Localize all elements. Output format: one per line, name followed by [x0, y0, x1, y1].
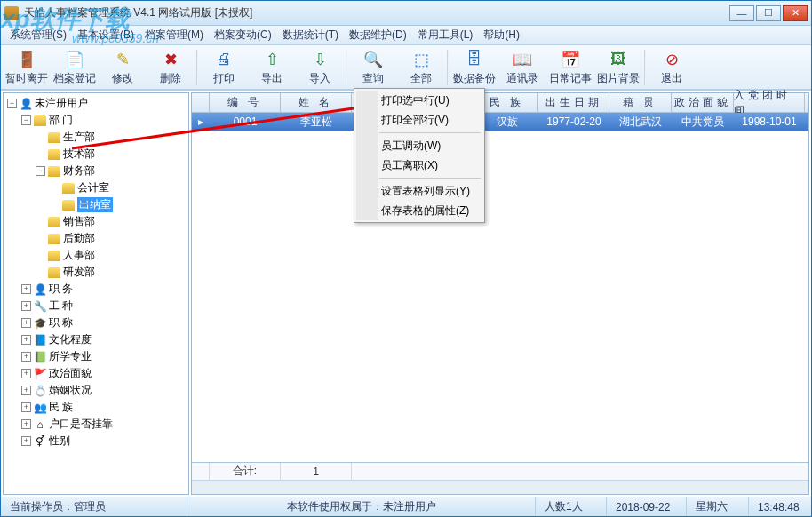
category-icon: 🔧: [34, 300, 46, 313]
tree-职    称[interactable]: +🎓职 称: [21, 314, 187, 331]
tree-出纳室[interactable]: 出纳室: [50, 196, 187, 213]
导入-icon: ⇩: [309, 49, 330, 70]
ctx-打印全部行(V)[interactable]: 打印全部行(V): [356, 110, 482, 130]
expand-icon[interactable]: +: [21, 352, 31, 362]
col-出生日期[interactable]: 出生日期: [538, 93, 609, 112]
collapse-icon[interactable]: −: [21, 115, 31, 125]
ctx-打印选中行(U)[interactable]: 打印选中行(U): [356, 91, 482, 110]
col-编   号[interactable]: 编 号: [210, 93, 281, 112]
toolbar-查询[interactable]: 🔍查询: [349, 47, 397, 88]
toolbar-暂时离开[interactable]: 🚪暂时离开: [3, 47, 51, 88]
expand-icon[interactable]: +: [21, 369, 31, 378]
col-姓   名[interactable]: 姓 名: [281, 93, 352, 112]
col-入党团时间[interactable]: 入党团时间: [734, 93, 805, 112]
toolbar-label: 日常记事: [549, 71, 592, 86]
statusbar: 当前操作员：管理员 本软件使用权属于：未注册用户 人数1人 2018-09-22…: [1, 497, 811, 516]
toolbar-全部[interactable]: ⬚全部: [397, 47, 445, 88]
toolbar-导出[interactable]: ⇧导出: [248, 47, 296, 88]
tree-政治面貌[interactable]: +🚩政治面貌: [21, 365, 187, 382]
expand-icon[interactable]: +: [21, 284, 31, 294]
col-籍    贯[interactable]: 籍 贯: [609, 93, 672, 112]
tree-root[interactable]: −👤未注册用户: [7, 95, 187, 112]
expand-icon[interactable]: +: [21, 402, 31, 412]
grid-header: 编 号姓 名曾 用 名性 别民 族出生日期籍 贯政治面貌入党团时间: [192, 93, 808, 113]
menu-separator: [379, 132, 481, 133]
退出-icon: ⊘: [661, 49, 682, 70]
tree-生产部[interactable]: 生产部: [36, 129, 187, 146]
toolbar-删除[interactable]: ✖删除: [147, 47, 195, 88]
status-weekday: 星期六: [687, 497, 749, 516]
footer-total-label: 合计:: [210, 463, 281, 480]
sidebar-tree[interactable]: −👤未注册用户−部 门生产部技术部−财务部会计室出纳室销售部后勤部人事部研发部+…: [3, 92, 189, 495]
status-operator: 当前操作员：管理员: [1, 497, 187, 516]
ctx-员工调动(W)[interactable]: 员工调动(W): [356, 136, 482, 155]
app-window: 天皓人事档案管理系统 V4.1 网络试用版 [未授权] — ☐ ✕ 系统管理(S…: [0, 0, 812, 517]
menu-5[interactable]: 数据维护(D): [344, 26, 412, 44]
menu-4[interactable]: 数据统计(T): [277, 26, 344, 44]
toolbar-sep: [644, 50, 646, 85]
tree-性别[interactable]: +⚥性别: [21, 433, 187, 449]
toolbar-label: 打印: [213, 71, 235, 86]
close-button[interactable]: ✕: [783, 5, 808, 21]
tree-文化程度[interactable]: +📘文化程度: [21, 331, 187, 348]
toolbar-通讯录[interactable]: 📖通讯录: [498, 47, 546, 88]
expand-icon[interactable]: +: [21, 419, 31, 429]
menu-7[interactable]: 帮助(H): [478, 26, 525, 44]
tree-户口是否挂靠[interactable]: +⌂户口是否挂靠: [21, 416, 187, 433]
tree-dept[interactable]: −部 门: [21, 112, 187, 129]
tree-研发部[interactable]: 研发部: [36, 264, 187, 281]
tree-人事部[interactable]: 人事部: [36, 247, 187, 264]
toolbar-label: 通讯录: [506, 71, 538, 86]
tree-民    族[interactable]: +👥民 族: [21, 399, 187, 416]
maximize-button[interactable]: ☐: [756, 5, 781, 21]
toolbar-数据备份[interactable]: 🗄数据备份: [450, 47, 498, 88]
menu-2[interactable]: 档案管理(M): [139, 26, 209, 44]
toolbar-label: 暂时离开: [5, 71, 48, 86]
horizontal-scrollbar[interactable]: [192, 480, 808, 494]
tree-财务部[interactable]: −财务部: [36, 163, 187, 179]
expand-icon[interactable]: +: [21, 318, 31, 328]
expand-icon[interactable]: +: [21, 301, 31, 311]
expand-icon[interactable]: +: [21, 335, 31, 345]
tree-工    种[interactable]: +🔧工 种: [21, 298, 187, 314]
expand-icon[interactable]: +: [21, 436, 31, 446]
tree-后勤部[interactable]: 后勤部: [36, 230, 187, 247]
folder-icon: [48, 132, 60, 143]
toolbar-label: 退出: [661, 71, 682, 86]
tree-销售部[interactable]: 销售部: [36, 213, 187, 230]
tree-职    务[interactable]: +👤职 务: [21, 281, 187, 298]
暂时离开-icon: 🚪: [16, 49, 37, 70]
collapse-icon[interactable]: −: [36, 166, 45, 176]
日常记事-icon: 📅: [560, 49, 581, 70]
tree-技术部[interactable]: 技术部: [36, 146, 187, 163]
tree-婚姻状况[interactable]: +💍婚姻状况: [21, 382, 187, 399]
toolbar-退出[interactable]: ⊘退出: [648, 47, 696, 88]
ctx-员工离职(X)[interactable]: 员工离职(X): [356, 155, 482, 175]
toolbar-档案登记[interactable]: 📄档案登记: [51, 47, 99, 88]
menu-6[interactable]: 常用工具(L): [412, 26, 479, 44]
grid-body[interactable]: ▸ 0001李亚松李亚苓女汉族1977-02-20湖北武汉中共党员1998-10…: [192, 113, 808, 462]
status-count: 人数1人: [536, 497, 607, 516]
toolbar-打印[interactable]: 🖨打印: [200, 47, 248, 88]
查询-icon: 🔍: [362, 49, 384, 70]
menu-1[interactable]: 基本设置(B): [72, 26, 139, 44]
collapse-icon[interactable]: −: [7, 99, 17, 108]
toolbar-label: 档案登记: [53, 71, 96, 86]
col-政治面貌[interactable]: 政治面貌: [672, 93, 734, 112]
expand-icon[interactable]: +: [21, 386, 31, 395]
table-row[interactable]: ▸ 0001李亚松李亚苓女汉族1977-02-20湖北武汉中共党员1998-10…: [192, 113, 808, 131]
window-buttons: — ☐ ✕: [729, 5, 808, 21]
minimize-button[interactable]: —: [729, 5, 754, 21]
menu-0[interactable]: 系统管理(S): [4, 26, 72, 44]
menu-3[interactable]: 档案变动(C): [209, 26, 277, 44]
tree-所学专业[interactable]: +📗所学专业: [21, 348, 187, 365]
ctx-保存表格的属性(Z)[interactable]: 保存表格的属性(Z): [356, 201, 482, 220]
toolbar-导入[interactable]: ⇩导入: [296, 47, 344, 88]
toolbar-图片背景[interactable]: 🖼图片背景: [594, 47, 642, 88]
tree-会计室[interactable]: 会计室: [50, 179, 187, 196]
toolbar-修改[interactable]: ✎修改: [99, 47, 147, 88]
ctx-设置表格列显示(Y)[interactable]: 设置表格列显示(Y): [356, 181, 482, 201]
col-民    族[interactable]: 民 族: [476, 93, 538, 112]
folder-icon: [48, 267, 60, 278]
toolbar-日常记事[interactable]: 📅日常记事: [546, 47, 594, 88]
